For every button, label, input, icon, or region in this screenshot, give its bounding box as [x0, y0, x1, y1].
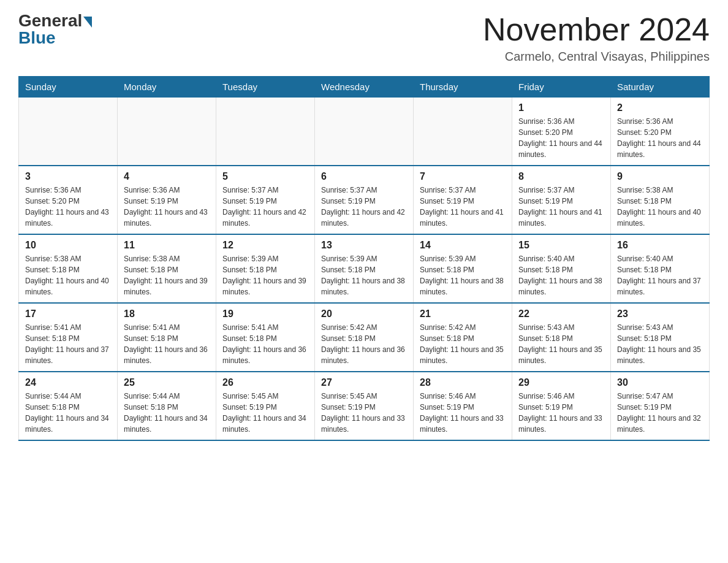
day-number: 20 [321, 308, 407, 320]
calendar-cell: 15Sunrise: 5:40 AMSunset: 5:18 PMDayligh… [512, 234, 611, 303]
calendar-cell: 26Sunrise: 5:45 AMSunset: 5:19 PMDayligh… [216, 372, 315, 440]
header-right: November 2024 Carmelo, Central Visayas, … [483, 12, 710, 64]
weekday-header-row: SundayMondayTuesdayWednesdayThursdayFrid… [19, 77, 710, 98]
calendar-cell: 24Sunrise: 5:44 AMSunset: 5:18 PMDayligh… [19, 372, 118, 440]
calendar-cell: 6Sunrise: 5:37 AMSunset: 5:19 PMDaylight… [315, 166, 414, 234]
calendar-cell: 3Sunrise: 5:36 AMSunset: 5:20 PMDaylight… [19, 166, 118, 234]
weekday-header-friday: Friday [512, 77, 611, 98]
calendar-cell: 25Sunrise: 5:44 AMSunset: 5:18 PMDayligh… [118, 372, 216, 440]
calendar-week-row: 3Sunrise: 5:36 AMSunset: 5:20 PMDaylight… [19, 166, 710, 234]
calendar-header: SundayMondayTuesdayWednesdayThursdayFrid… [19, 77, 710, 98]
calendar-cell: 10Sunrise: 5:38 AMSunset: 5:18 PMDayligh… [19, 234, 118, 303]
day-number: 21 [420, 308, 506, 320]
calendar-cell [19, 98, 118, 166]
calendar-cell: 4Sunrise: 5:36 AMSunset: 5:19 PMDaylight… [118, 166, 216, 234]
calendar-cell: 5Sunrise: 5:37 AMSunset: 5:19 PMDaylight… [216, 166, 315, 234]
day-info: Sunrise: 5:39 AMSunset: 5:18 PMDaylight:… [222, 253, 308, 297]
calendar-cell: 20Sunrise: 5:42 AMSunset: 5:18 PMDayligh… [315, 303, 414, 372]
calendar-table: SundayMondayTuesdayWednesdayThursdayFrid… [18, 76, 710, 441]
logo: General Blue [18, 12, 92, 48]
calendar-cell: 17Sunrise: 5:41 AMSunset: 5:18 PMDayligh… [19, 303, 118, 372]
day-number: 17 [25, 308, 111, 320]
day-number: 5 [222, 171, 308, 182]
weekday-header-saturday: Saturday [611, 77, 710, 98]
day-info: Sunrise: 5:42 AMSunset: 5:18 PMDaylight:… [321, 322, 407, 366]
logo-general-text: General [18, 12, 82, 29]
day-number: 18 [124, 308, 210, 320]
calendar-cell [315, 98, 414, 166]
day-number: 25 [124, 377, 210, 388]
calendar-cell: 28Sunrise: 5:46 AMSunset: 5:19 PMDayligh… [414, 372, 512, 440]
day-info: Sunrise: 5:41 AMSunset: 5:18 PMDaylight:… [222, 322, 308, 366]
day-info: Sunrise: 5:45 AMSunset: 5:19 PMDaylight:… [222, 391, 308, 435]
day-number: 1 [518, 102, 604, 113]
day-info: Sunrise: 5:46 AMSunset: 5:19 PMDaylight:… [518, 391, 604, 435]
calendar-cell: 19Sunrise: 5:41 AMSunset: 5:18 PMDayligh… [216, 303, 315, 372]
day-info: Sunrise: 5:40 AMSunset: 5:18 PMDaylight:… [518, 253, 604, 297]
day-number: 22 [518, 308, 604, 320]
calendar-cell: 18Sunrise: 5:41 AMSunset: 5:18 PMDayligh… [118, 303, 216, 372]
calendar-cell: 7Sunrise: 5:37 AMSunset: 5:19 PMDaylight… [414, 166, 512, 234]
day-info: Sunrise: 5:41 AMSunset: 5:18 PMDaylight:… [25, 322, 111, 366]
day-number: 28 [420, 377, 506, 388]
day-number: 10 [25, 240, 111, 251]
page-header: General Blue November 2024 Carmelo, Cent… [18, 12, 710, 64]
logo-blue-text: Blue [18, 28, 56, 48]
day-info: Sunrise: 5:40 AMSunset: 5:18 PMDaylight:… [617, 253, 703, 297]
day-info: Sunrise: 5:38 AMSunset: 5:18 PMDaylight:… [124, 253, 210, 297]
calendar-cell: 23Sunrise: 5:43 AMSunset: 5:18 PMDayligh… [611, 303, 710, 372]
day-number: 9 [617, 171, 703, 182]
day-number: 14 [420, 240, 506, 251]
weekday-header-thursday: Thursday [414, 77, 512, 98]
day-number: 12 [222, 240, 308, 251]
calendar-cell [414, 98, 512, 166]
day-info: Sunrise: 5:37 AMSunset: 5:19 PMDaylight:… [420, 185, 506, 229]
day-info: Sunrise: 5:39 AMSunset: 5:18 PMDaylight:… [420, 253, 506, 297]
day-number: 8 [518, 171, 604, 182]
day-number: 26 [222, 377, 308, 388]
day-info: Sunrise: 5:39 AMSunset: 5:18 PMDaylight:… [321, 253, 407, 297]
logo-arrow-icon [83, 17, 92, 28]
day-number: 11 [124, 240, 210, 251]
day-number: 23 [617, 308, 703, 320]
day-number: 4 [124, 171, 210, 182]
calendar-week-row: 1Sunrise: 5:36 AMSunset: 5:20 PMDaylight… [19, 98, 710, 166]
day-number: 16 [617, 240, 703, 251]
calendar-cell: 8Sunrise: 5:37 AMSunset: 5:19 PMDaylight… [512, 166, 611, 234]
calendar-cell: 21Sunrise: 5:42 AMSunset: 5:18 PMDayligh… [414, 303, 512, 372]
calendar-week-row: 17Sunrise: 5:41 AMSunset: 5:18 PMDayligh… [19, 303, 710, 372]
calendar-cell: 13Sunrise: 5:39 AMSunset: 5:18 PMDayligh… [315, 234, 414, 303]
day-info: Sunrise: 5:46 AMSunset: 5:19 PMDaylight:… [420, 391, 506, 435]
calendar-body: 1Sunrise: 5:36 AMSunset: 5:20 PMDaylight… [19, 98, 710, 441]
day-number: 30 [617, 377, 703, 388]
day-number: 2 [617, 102, 703, 113]
weekday-header-monday: Monday [118, 77, 216, 98]
day-number: 29 [518, 377, 604, 388]
weekday-header-sunday: Sunday [19, 77, 118, 98]
calendar-cell: 22Sunrise: 5:43 AMSunset: 5:18 PMDayligh… [512, 303, 611, 372]
month-title: November 2024 [483, 12, 710, 47]
calendar-cell: 16Sunrise: 5:40 AMSunset: 5:18 PMDayligh… [611, 234, 710, 303]
calendar-cell: 29Sunrise: 5:46 AMSunset: 5:19 PMDayligh… [512, 372, 611, 440]
day-info: Sunrise: 5:38 AMSunset: 5:18 PMDaylight:… [25, 253, 111, 297]
day-number: 6 [321, 171, 407, 182]
day-info: Sunrise: 5:42 AMSunset: 5:18 PMDaylight:… [420, 322, 506, 366]
calendar-cell: 2Sunrise: 5:36 AMSunset: 5:20 PMDaylight… [611, 98, 710, 166]
day-number: 19 [222, 308, 308, 320]
day-info: Sunrise: 5:41 AMSunset: 5:18 PMDaylight:… [124, 322, 210, 366]
weekday-header-tuesday: Tuesday [216, 77, 315, 98]
location-text: Carmelo, Central Visayas, Philippines [483, 50, 710, 64]
day-number: 15 [518, 240, 604, 251]
day-info: Sunrise: 5:36 AMSunset: 5:20 PMDaylight:… [617, 116, 703, 160]
calendar-cell: 1Sunrise: 5:36 AMSunset: 5:20 PMDaylight… [512, 98, 611, 166]
calendar-cell: 27Sunrise: 5:45 AMSunset: 5:19 PMDayligh… [315, 372, 414, 440]
calendar-week-row: 24Sunrise: 5:44 AMSunset: 5:18 PMDayligh… [19, 372, 710, 440]
calendar-cell: 30Sunrise: 5:47 AMSunset: 5:19 PMDayligh… [611, 372, 710, 440]
day-info: Sunrise: 5:43 AMSunset: 5:18 PMDaylight:… [518, 322, 604, 366]
day-info: Sunrise: 5:36 AMSunset: 5:19 PMDaylight:… [124, 185, 210, 229]
calendar-cell: 9Sunrise: 5:38 AMSunset: 5:18 PMDaylight… [611, 166, 710, 234]
day-info: Sunrise: 5:45 AMSunset: 5:19 PMDaylight:… [321, 391, 407, 435]
calendar-cell: 12Sunrise: 5:39 AMSunset: 5:18 PMDayligh… [216, 234, 315, 303]
day-number: 24 [25, 377, 111, 388]
day-info: Sunrise: 5:44 AMSunset: 5:18 PMDaylight:… [124, 391, 210, 435]
